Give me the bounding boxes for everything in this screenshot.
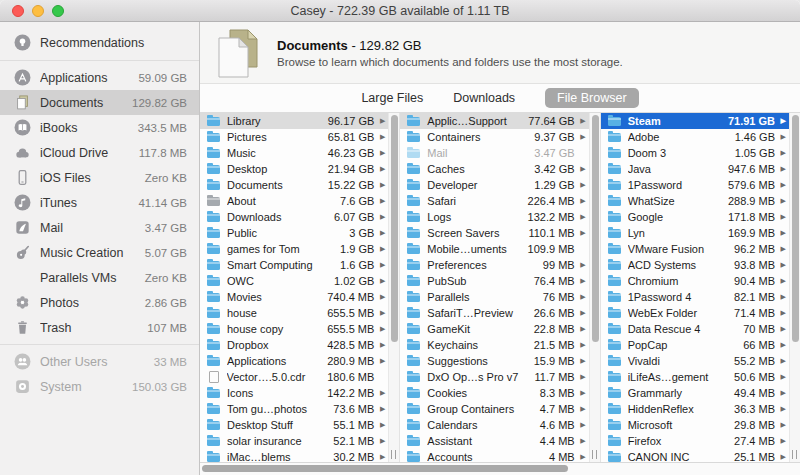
sidebar-item-music-creation[interactable]: Music Creation5.07 GB (0, 240, 199, 265)
file-row-vmware-fusion[interactable]: VMware Fusion96.2 MB▶ (601, 241, 789, 257)
sidebar-item-icloud-drive[interactable]: iCloud Drive117.8 MB (0, 140, 199, 165)
file-row-keychains[interactable]: Keychains21.5 MB▶ (400, 337, 588, 353)
horizontal-scrollbar-thumb[interactable] (202, 465, 568, 472)
tab-downloads[interactable]: Downloads (453, 91, 515, 105)
item-size: 21.94 GB (328, 163, 374, 175)
file-row-gamekit[interactable]: GameKit22.8 MB▶ (400, 321, 588, 337)
zoom-button[interactable] (52, 5, 64, 17)
file-row-documents[interactable]: Documents15.22 GB▶ (200, 177, 388, 193)
file-row-cookies[interactable]: Cookies8.3 MB▶ (400, 385, 588, 401)
column-resize-handle[interactable] (592, 450, 597, 459)
file-row-calendars[interactable]: Calendars4.6 MB▶ (400, 417, 588, 433)
file-row-applic-support[interactable]: Applic…Support77.64 GB▶ (400, 113, 588, 129)
file-row-vivaldi[interactable]: Vivaldi55.2 MB▶ (601, 353, 789, 369)
file-row-developer[interactable]: Developer1.29 GB▶ (400, 177, 588, 193)
sidebar-item-recommendations[interactable]: Recommendations (0, 29, 199, 56)
file-row-tom-gu-photos[interactable]: Tom gu…photos73.6 MB▶ (200, 401, 388, 417)
file-row-group-containers[interactable]: Group Containers4.7 MB▶ (400, 401, 588, 417)
file-row-solar-insurance[interactable]: solar insurance52.1 MB▶ (200, 433, 388, 449)
file-row-ilifeas-gement[interactable]: iLifeAs…gement50.6 MB▶ (601, 369, 789, 385)
file-row-downloads[interactable]: Downloads6.07 GB▶ (200, 209, 388, 225)
file-row-imac-blems[interactable]: iMac…blems30.2 MB▶ (200, 449, 388, 462)
sidebar-item-applications[interactable]: Applications59.09 GB (0, 65, 199, 90)
file-row-hiddenreflex[interactable]: HiddenReflex36.3 MB▶ (601, 401, 789, 417)
file-row-desktop[interactable]: Desktop21.94 GB▶ (200, 161, 388, 177)
file-row-popcap[interactable]: PopCap66 MB▶ (601, 337, 789, 353)
sidebar-item-mail[interactable]: Mail3.47 GB (0, 215, 199, 240)
file-row-about[interactable]: About7.6 GB▶ (200, 193, 388, 209)
file-row-steam[interactable]: Steam71.91 GB▶ (601, 113, 789, 129)
file-row-dxo-op-s-pro-v7[interactable]: DxO Op…s Pro v711.7 MB▶ (400, 369, 588, 385)
file-row-assistant[interactable]: Assistant4.4 MB▶ (400, 433, 588, 449)
file-row-mobile-uments[interactable]: Mobile…uments109.9 MB (400, 241, 588, 257)
file-row-parallels[interactable]: Parallels76 MB▶ (400, 289, 588, 305)
file-row-movies[interactable]: Movies740.4 MB▶ (200, 289, 388, 305)
file-row-adobe[interactable]: Adobe1.46 GB▶ (601, 129, 789, 145)
minimize-button[interactable] (32, 5, 44, 17)
file-row-grammarly[interactable]: Grammarly49.4 MB▶ (601, 385, 789, 401)
file-row-webex-folder[interactable]: WebEx Folder71.4 MB▶ (601, 305, 789, 321)
file-row-google[interactable]: Google171.8 MB▶ (601, 209, 789, 225)
file-row-microsoft[interactable]: Microsoft29.8 MB▶ (601, 417, 789, 433)
file-row-whatsize[interactable]: WhatSize288.9 MB▶ (601, 193, 789, 209)
file-row-mail[interactable]: Mail3.47 GB (400, 145, 588, 161)
file-row-firefox[interactable]: Firefox27.4 MB▶ (601, 433, 789, 449)
sidebar-item-photos[interactable]: Photos2.86 GB (0, 290, 199, 315)
file-row-java[interactable]: Java947.6 MB▶ (601, 161, 789, 177)
file-row-pubsub[interactable]: PubSub76.4 MB▶ (400, 273, 588, 289)
vertical-scrollbar[interactable] (789, 113, 800, 462)
tab-file-browser[interactable]: File Browser (545, 88, 638, 108)
file-row-house[interactable]: house655.5 MB▶ (200, 305, 388, 321)
file-row-icons[interactable]: Icons142.2 MB▶ (200, 385, 388, 401)
storage-management-window: Casey - 722.39 GB available of 1.11 TB R… (0, 0, 800, 475)
file-row-house-copy[interactable]: house copy655.5 MB▶ (200, 321, 388, 337)
file-row-applications[interactable]: Applications280.9 MB▶ (200, 353, 388, 369)
file-row-vector-5-0-cdr[interactable]: Vector….5.0.cdr180.6 MB (200, 369, 388, 385)
sidebar-item-trash[interactable]: Trash107 MB (0, 315, 199, 340)
file-row-pictures[interactable]: Pictures65.81 GB▶ (200, 129, 388, 145)
file-row-safarit-preview[interactable]: SafariT…Preview26.6 MB▶ (400, 305, 588, 321)
file-row-smart-computing[interactable]: Smart Computing1.6 GB▶ (200, 257, 388, 273)
file-row-public[interactable]: Public3 GB▶ (200, 225, 388, 241)
vertical-scrollbar[interactable] (589, 113, 600, 462)
file-row-data-rescue-4[interactable]: Data Rescue 470 MB▶ (601, 321, 789, 337)
column-resize-handle[interactable] (391, 450, 396, 459)
file-row-screen-savers[interactable]: Screen Savers110.1 MB▶ (400, 225, 588, 241)
vertical-scrollbar-thumb[interactable] (592, 115, 599, 342)
vertical-scrollbar-thumb[interactable] (391, 115, 398, 342)
sidebar-item-parallels-vms[interactable]: Parallels VMsZero KB (0, 265, 199, 290)
file-row-lyn[interactable]: Lyn169.9 MB▶ (601, 225, 789, 241)
file-row-containers[interactable]: Containers9.37 GB▶ (400, 129, 588, 145)
sidebar-item-system[interactable]: System150.03 GB (0, 374, 199, 399)
file-row-1password-4[interactable]: 1Password 482.1 MB▶ (601, 289, 789, 305)
file-row-preferences[interactable]: Preferences99 MB▶ (400, 257, 588, 273)
file-row-accounts[interactable]: Accounts4 MB▶ (400, 449, 588, 462)
close-button[interactable] (12, 5, 24, 17)
vertical-scrollbar[interactable] (388, 113, 399, 462)
file-row-chromium[interactable]: Chromium90.4 MB▶ (601, 273, 789, 289)
file-row-acd-systems[interactable]: ACD Systems93.8 MB▶ (601, 257, 789, 273)
file-row-library[interactable]: Library96.17 GB▶ (200, 113, 388, 129)
file-row-dropbox[interactable]: Dropbox428.5 MB▶ (200, 337, 388, 353)
file-row-doom-3[interactable]: Doom 31.05 GB▶ (601, 145, 789, 161)
sidebar-item-itunes[interactable]: iTunes41.14 GB (0, 190, 199, 215)
file-row-desktop-stuff[interactable]: Desktop Stuff55.1 MB▶ (200, 417, 388, 433)
file-row-1password[interactable]: 1Password579.6 MB▶ (601, 177, 789, 193)
vertical-scrollbar-thumb[interactable] (792, 115, 799, 342)
file-row-games-for-tom[interactable]: games for Tom1.9 GB▶ (200, 241, 388, 257)
file-row-music[interactable]: Music46.23 GB▶ (200, 145, 388, 161)
file-row-canon-inc[interactable]: CANON INC25.1 MB▶ (601, 449, 789, 462)
horizontal-scrollbar[interactable] (200, 462, 800, 475)
tab-large-files[interactable]: Large Files (361, 91, 423, 105)
file-row-owc[interactable]: OWC1.02 GB▶ (200, 273, 388, 289)
sidebar-item-ibooks[interactable]: iBooks343.5 MB (0, 115, 199, 140)
file-row-suggestions[interactable]: Suggestions15.9 MB▶ (400, 353, 588, 369)
file-row-logs[interactable]: Logs132.2 MB▶ (400, 209, 588, 225)
sidebar-item-ios-files[interactable]: iOS FilesZero KB (0, 165, 199, 190)
file-row-caches[interactable]: Caches3.42 GB▶ (400, 161, 588, 177)
item-name: PubSub (427, 275, 529, 287)
file-row-safari[interactable]: Safari226.4 MB▶ (400, 193, 588, 209)
sidebar-item-other-users[interactable]: Other Users33 MB (0, 349, 199, 374)
sidebar-item-documents[interactable]: Documents129.82 GB (0, 90, 199, 115)
column-resize-handle[interactable] (792, 450, 797, 459)
